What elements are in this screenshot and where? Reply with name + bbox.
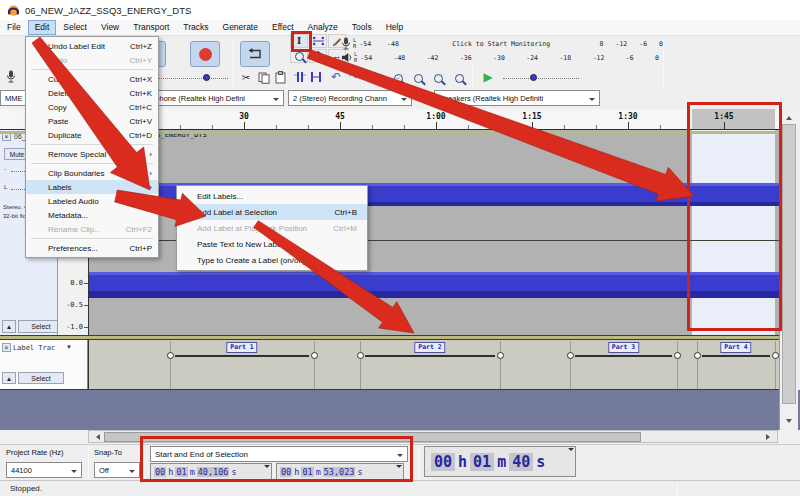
cut-button[interactable]: ✂ — [238, 69, 254, 85]
menu-item-type-to-create-a-label-on-off[interactable]: Type to Create a Label (on/off) — [177, 252, 367, 268]
menu-item-cut[interactable]: CutCtrl+X — [26, 72, 158, 86]
scroll-right-button[interactable] — [763, 431, 776, 442]
label-text[interactable]: Part 4 — [720, 342, 751, 353]
play-speed-handle[interactable] — [530, 74, 537, 81]
menu-item-label: Add Label at Selection — [197, 208, 277, 217]
menu-item-label: Labeled Audio — [48, 197, 99, 206]
recording-channels-select[interactable]: 2 (Stereo) Recording Chann — [288, 90, 412, 106]
toolbar-separator — [663, 38, 664, 88]
menu-item-rename-clip[interactable]: Rename Clip...Ctrl+F2 — [26, 222, 158, 236]
label-handle[interactable] — [567, 352, 574, 359]
menubar-item-select[interactable]: Select — [56, 20, 94, 35]
menu-item-labels[interactable]: Labels› — [26, 180, 158, 194]
silence-audio-button[interactable] — [308, 69, 324, 85]
menu-item-redo[interactable]: RedoCtrl+Y — [26, 53, 158, 67]
menu-item-edit-labels[interactable]: Edit Labels... — [177, 188, 367, 204]
time-digits[interactable]: 40 — [509, 453, 533, 471]
undo-icon: ↶ — [331, 70, 341, 84]
label-text[interactable]: Part 1 — [226, 342, 257, 353]
playback-device-select[interactable]: Speakers (Realtek High Definiti — [434, 90, 600, 106]
time-digits[interactable]: 00 — [431, 453, 455, 471]
play-at-speed-button[interactable]: ▶ — [480, 69, 496, 85]
label-text[interactable]: Part 2 — [414, 342, 445, 353]
record-button[interactable] — [190, 41, 220, 67]
fit-project-button[interactable] — [430, 70, 446, 86]
menubar-item-tools[interactable]: Tools — [345, 20, 379, 35]
scroll-left-button[interactable] — [90, 431, 103, 442]
silence-icon — [309, 71, 323, 83]
label-handle[interactable] — [357, 352, 364, 359]
collapse-track-button[interactable]: ▲ — [2, 320, 16, 333]
menu-item-add-label-at-playback-position[interactable]: Add Label at Playback PositionCtrl+M — [177, 220, 367, 236]
label-handle[interactable] — [674, 352, 681, 359]
collapse-track-button[interactable]: ▲ — [2, 372, 16, 384]
menu-item-add-label-at-selection[interactable]: Add Label at SelectionCtrl+B — [177, 204, 367, 220]
trim-audio-button[interactable] — [292, 69, 308, 85]
menubar-item-help[interactable]: Help — [379, 20, 410, 35]
monitor-text[interactable]: Click to Start Monitoring — [415, 40, 588, 48]
label-handle[interactable] — [167, 352, 174, 359]
label-boundary-line — [677, 341, 678, 389]
menu-item-clip-boundaries[interactable]: Clip Boundaries› — [26, 166, 158, 180]
audio-position-field[interactable]: 00h01m40s — [424, 446, 576, 477]
vertical-scroll-thumb[interactable] — [782, 124, 796, 404]
menubar-item-edit[interactable]: Edit — [28, 20, 57, 35]
label-handle[interactable] — [772, 352, 779, 359]
menu-item-paste[interactable]: PasteCtrl+V — [26, 114, 158, 128]
menubar-item-file[interactable]: File — [0, 20, 28, 35]
microphone-icon — [341, 37, 351, 50]
label-handle[interactable] — [311, 352, 318, 359]
label-handle[interactable] — [497, 352, 504, 359]
zoom-toggle-button[interactable] — [451, 70, 467, 86]
zoom-toggle-icon — [455, 74, 464, 83]
field-menu-icon[interactable] — [568, 448, 574, 454]
copy-button[interactable] — [256, 70, 272, 86]
menubar-item-transport[interactable]: Transport — [126, 20, 176, 35]
loop-button[interactable] — [240, 41, 270, 67]
scroll-down-button[interactable] — [780, 416, 798, 428]
track-close-button[interactable]: × — [2, 343, 11, 352]
menubar-item-tracks[interactable]: Tracks — [176, 20, 215, 35]
scroll-up-button[interactable] — [780, 110, 798, 122]
menu-item-paste-text-to-new-label[interactable]: Paste Text to New Label — [177, 236, 367, 252]
play-speed-slider[interactable] — [503, 78, 579, 79]
menu-item-metadata[interactable]: Metadata... — [26, 208, 158, 222]
playback-meter[interactable]: LR -54-48-42-36-30-24-18-12-60 — [341, 51, 663, 64]
menu-item-delete[interactable]: DeleteCtrl+K — [26, 86, 158, 100]
zoom-out-button[interactable]: − — [390, 70, 406, 86]
project-rate-select[interactable]: 44100 — [6, 462, 82, 478]
snap-to-select[interactable]: Off — [94, 462, 140, 478]
track-select-button[interactable]: Select — [18, 372, 64, 384]
menu-item-preferences[interactable]: Preferences...Ctrl+P — [26, 241, 158, 255]
redo-icon: ↷ — [349, 70, 359, 84]
track-select-button[interactable]: Select — [18, 320, 57, 333]
menu-item-label: Duplicate — [48, 131, 81, 140]
redo-button[interactable]: ↷ — [346, 69, 362, 85]
menu-item-labeled-audio[interactable]: Labeled Audio — [26, 194, 158, 208]
time-digits[interactable]: 01 — [470, 453, 494, 471]
menubar-item-generate[interactable]: Generate — [216, 20, 265, 35]
label-track-panel[interactable]: × Label Trac ▼ ▲ Select — [0, 340, 88, 390]
meter-tick: -48 — [394, 54, 406, 62]
undo-button[interactable]: ↶ — [328, 69, 344, 85]
menu-item-undo-label-edit[interactable]: Undo Label EditCtrl+Z — [26, 39, 158, 53]
label-text[interactable]: Part 3 — [608, 342, 639, 353]
menu-item-remove-special[interactable]: Remove Special› — [26, 147, 158, 161]
fit-selection-button[interactable] — [410, 70, 426, 86]
trim-icon — [293, 71, 307, 83]
status-bar: Stopped. — [0, 480, 800, 496]
label-handle[interactable] — [694, 352, 701, 359]
select-label: Select — [31, 323, 50, 330]
zoom-in-button[interactable]: + — [371, 70, 387, 86]
empty-track-background — [0, 390, 800, 430]
output-volume-handle[interactable] — [203, 74, 210, 81]
menu-item-shortcut: Ctrl+K — [122, 89, 152, 98]
magnifier-icon — [295, 52, 304, 61]
track-menu-icon[interactable]: ▼ — [66, 344, 72, 350]
recording-meter[interactable]: LR -54-48Click to Start Monitoring8-12-6… — [341, 37, 663, 50]
menubar-item-view[interactable]: View — [94, 20, 126, 35]
record-icon — [199, 48, 212, 61]
label-track-content[interactable]: Part 1Part 2Part 3Part 4 — [88, 340, 779, 390]
menu-item-copy[interactable]: CopyCtrl+C — [26, 100, 158, 114]
menu-item-duplicate[interactable]: DuplicateCtrl+D — [26, 128, 158, 142]
